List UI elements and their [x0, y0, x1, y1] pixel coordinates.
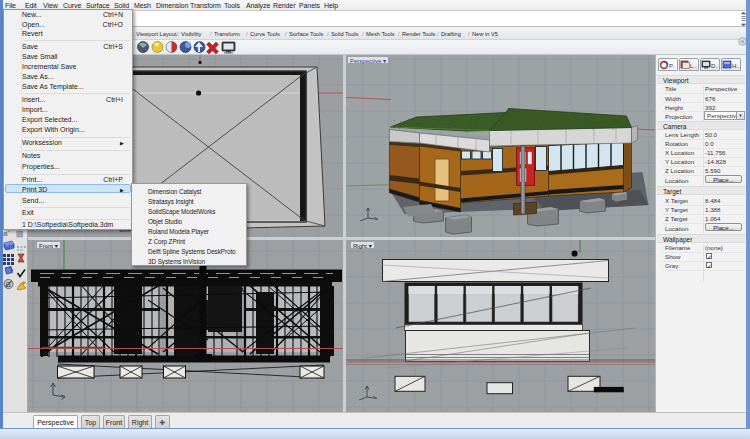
- svg-text:H..: H..: [732, 63, 740, 69]
- svg-text:L..: L..: [690, 63, 697, 69]
- svg-text:G: G: [6, 281, 11, 288]
- svg-text:P..: P..: [669, 63, 676, 69]
- svg-text:D..: D..: [711, 63, 719, 69]
- svg-text:▨: ▨: [16, 229, 24, 238]
- svg-text:a´: a´: [3, 229, 10, 238]
